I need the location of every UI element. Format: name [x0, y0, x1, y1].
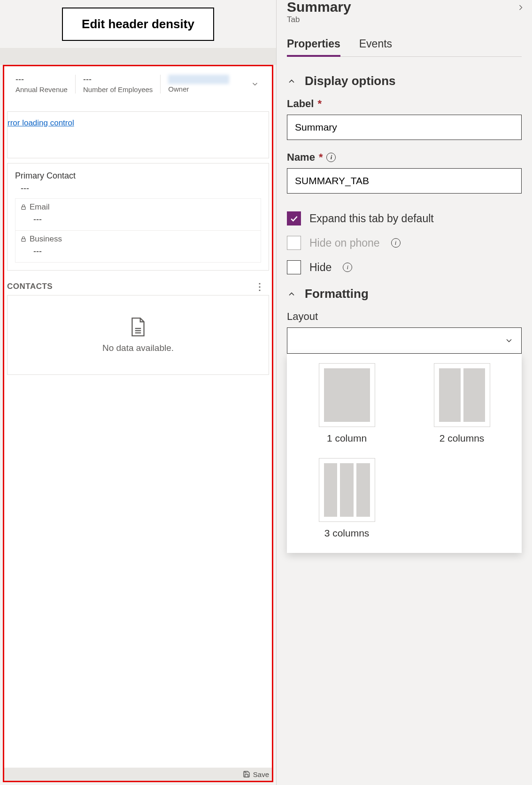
header-field-number-of-employees[interactable]: --- Number of Employees — [76, 75, 161, 93]
properties-pane: Summary Tab Properties Events Display op… — [276, 0, 532, 785]
lock-icon — [20, 204, 27, 210]
chevron-down-icon — [504, 336, 514, 345]
layout-caption: 2 columns — [439, 433, 485, 444]
layout-option-1-column[interactable]: 1 column — [301, 363, 393, 444]
chevron-up-icon — [287, 77, 296, 86]
hide-label: Hide — [309, 261, 332, 274]
info-icon[interactable]: i — [326, 153, 336, 162]
info-icon[interactable]: i — [391, 238, 401, 248]
section-title: Display options — [305, 74, 396, 88]
divider-strip — [0, 48, 276, 65]
error-loading-control-link[interactable]: rror loading control — [8, 118, 74, 127]
document-icon — [129, 317, 147, 337]
hide-checkbox-row[interactable]: Hide i — [287, 260, 522, 274]
name-field-label: Name* i — [287, 151, 522, 163]
section-display-options[interactable]: Display options — [287, 74, 522, 88]
svg-rect-1 — [22, 239, 25, 241]
pane-tabs: Properties Events — [287, 38, 522, 57]
checkbox-unchecked-icon[interactable] — [287, 260, 301, 274]
chevron-down-icon[interactable] — [249, 78, 261, 90]
label-field-label: Label* — [287, 98, 522, 110]
checkbox-checked-icon[interactable] — [287, 211, 301, 225]
header-field-value: --- — [15, 75, 68, 85]
business-label: Business — [30, 234, 62, 244]
hide-on-phone-label: Hide on phone — [309, 237, 380, 249]
primary-contact-label: Primary Contact — [15, 171, 261, 181]
svg-rect-0 — [22, 207, 25, 209]
checkbox-unchecked-icon — [287, 236, 301, 250]
form-canvas-pane: Edit header density --- Annual Revenue -… — [0, 0, 276, 785]
owner-value-redacted — [168, 75, 229, 84]
contacts-section-header: CONTACTS ⋮ — [7, 275, 269, 295]
info-icon[interactable]: i — [343, 263, 352, 272]
chevron-right-icon[interactable] — [516, 3, 525, 12]
header-field-value: --- — [83, 75, 153, 85]
business-value: --- — [33, 247, 256, 256]
header-field-label: Annual Revenue — [15, 85, 68, 93]
header-field-owner[interactable]: Owner — [161, 75, 268, 93]
business-field-row[interactable]: Business --- — [15, 231, 261, 263]
layout-select[interactable] — [287, 327, 522, 354]
no-data-text: No data available. — [102, 343, 174, 353]
save-icon[interactable] — [243, 770, 250, 778]
expand-tab-label: Expand this tab by default — [309, 212, 434, 225]
tab-properties[interactable]: Properties — [287, 38, 340, 57]
primary-contact-card[interactable]: Primary Contact --- Email --- — [7, 163, 269, 271]
email-value: --- — [33, 215, 256, 225]
layout-option-3-columns[interactable]: 3 columns — [301, 458, 393, 539]
chevron-up-icon — [287, 289, 296, 299]
tab-events[interactable]: Events — [359, 38, 392, 56]
section-title: Formatting — [305, 287, 369, 301]
section-formatting[interactable]: Formatting — [287, 287, 522, 301]
label-input[interactable] — [287, 115, 522, 140]
edit-header-density-button[interactable]: Edit header density — [62, 8, 214, 41]
lock-icon — [20, 236, 27, 242]
more-icon[interactable]: ⋮ — [255, 281, 267, 292]
email-label: Email — [30, 202, 50, 212]
contacts-empty-state: No data available. — [7, 295, 269, 375]
header-field-annual-revenue[interactable]: --- Annual Revenue — [8, 75, 76, 93]
primary-contact-value: --- — [21, 184, 261, 194]
layout-field-label: Layout — [287, 311, 522, 323]
header-field-label: Number of Employees — [83, 85, 153, 93]
record-header-fields: --- Annual Revenue --- Number of Employe… — [4, 66, 272, 97]
pane-title: Summary — [287, 0, 522, 15]
expand-tab-checkbox-row[interactable]: Expand this tab by default — [287, 211, 522, 225]
email-field-row[interactable]: Email --- — [15, 199, 261, 231]
layout-caption: 1 column — [327, 433, 367, 444]
canvas-footer: Save — [4, 768, 272, 781]
layout-option-2-columns[interactable]: 2 columns — [416, 363, 508, 444]
header-bar: Edit header density — [0, 0, 276, 48]
name-input[interactable] — [287, 168, 522, 194]
save-label[interactable]: Save — [253, 770, 269, 778]
contacts-heading: CONTACTS — [7, 282, 53, 291]
hide-on-phone-checkbox-row: Hide on phone i — [287, 236, 522, 250]
header-field-label: Owner — [168, 85, 229, 93]
form-canvas-selection[interactable]: --- Annual Revenue --- Number of Employe… — [3, 65, 273, 782]
control-error-box: rror loading control — [7, 111, 269, 158]
pane-subtitle: Tab — [287, 15, 522, 24]
layout-options-dropdown: 1 column 2 columns 3 columns — [287, 354, 522, 553]
layout-caption: 3 columns — [324, 528, 370, 539]
